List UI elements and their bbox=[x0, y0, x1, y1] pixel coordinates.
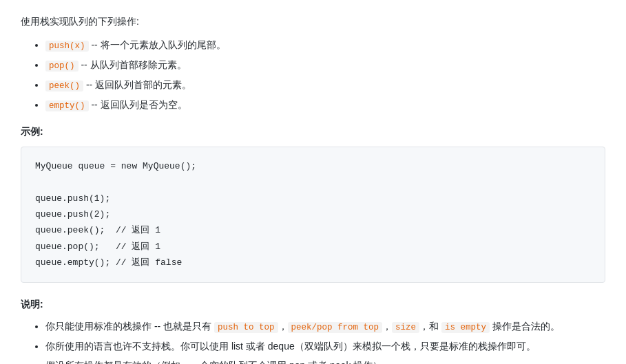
code-block: MyQueue queue = new MyQueue(); queue.pus… bbox=[21, 147, 605, 283]
inline-code-push-top: push to top bbox=[214, 322, 278, 333]
note-item-2: 你所使用的语言也许不支持栈。你可以使用 list 或者 deque（双端队列）来… bbox=[45, 339, 605, 354]
note-list: 你只能使用标准的栈操作 -- 也就是只有 push to top，peek/po… bbox=[21, 319, 605, 364]
inline-code-size: size bbox=[392, 322, 419, 333]
inline-code-is-empty: is empty bbox=[441, 322, 490, 333]
list-item: empty() -- 返回队列是否为空。 bbox=[45, 97, 605, 113]
intro-text: 使用栈实现队列的下列操作: bbox=[21, 14, 605, 29]
list-item: push(x) -- 将一个元素放入队列的尾部。 bbox=[45, 37, 605, 53]
operations-list: push(x) -- 将一个元素放入队列的尾部。 pop() -- 从队列首部移… bbox=[21, 37, 605, 113]
list-item: peek() -- 返回队列首部的元素。 bbox=[45, 77, 605, 93]
list-item: pop() -- 从队列首部移除元素。 bbox=[45, 57, 605, 73]
note-item-1: 你只能使用标准的栈操作 -- 也就是只有 push to top，peek/po… bbox=[45, 319, 605, 334]
inline-code-peek-pop: peek/pop from top bbox=[288, 322, 383, 333]
note-title: 说明: bbox=[21, 297, 605, 312]
note-item-3: 假设所有操作都是有效的（例如，一个空的队列不会调用 pop 或者 peek 操作… bbox=[45, 358, 605, 364]
note-section: 说明: 你只能使用标准的栈操作 -- 也就是只有 push to top，pee… bbox=[21, 297, 605, 364]
example-title: 示例: bbox=[21, 124, 605, 139]
